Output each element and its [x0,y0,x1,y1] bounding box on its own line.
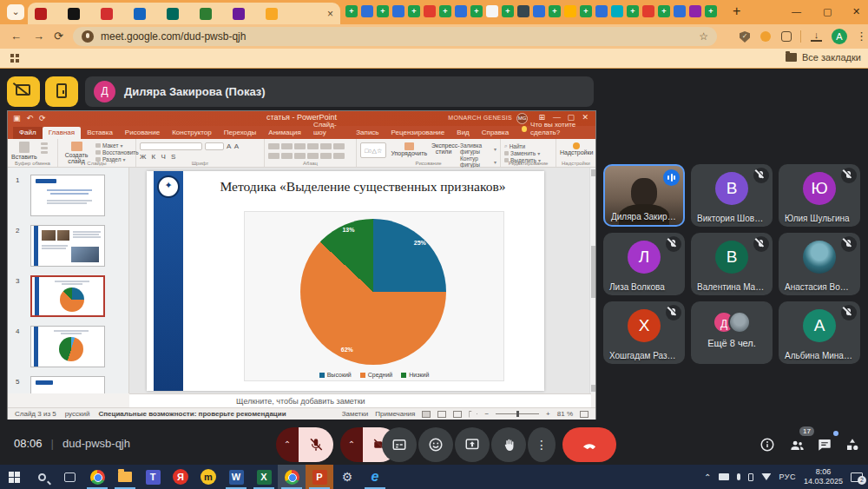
ppt-tab-6[interactable]: Анимация [262,127,307,139]
canvas-scrollbar[interactable] [589,168,595,393]
active-tab[interactable]: × [28,3,340,24]
mic-control[interactable]: ⌃ [276,427,333,462]
chat-button[interactable] [812,433,837,457]
tab-favicon[interactable] [689,5,701,17]
slide-thumbnail-5[interactable] [30,376,105,393]
all-bookmarks-button[interactable]: Все закладки [786,52,861,63]
search-button[interactable] [28,465,56,489]
replace-button[interactable]: Заменить▾ [504,150,552,156]
tab-favicon[interactable]: + [658,5,670,17]
ppt-tab-10[interactable]: Вид [450,127,475,139]
tab-favicon[interactable] [101,8,113,20]
tab-favicon[interactable] [424,5,436,17]
chrome-active-icon[interactable] [278,465,306,489]
reset-button[interactable]: Восстановить [95,149,139,155]
edge-icon[interactable]: e [361,465,389,489]
reading-view-icon[interactable] [453,411,462,418]
powerpoint-icon[interactable]: P [306,465,333,489]
back-button[interactable]: ← [10,30,22,43]
ppt-tab-3[interactable]: Рисование [119,127,166,139]
leave-door-button[interactable] [45,76,78,107]
addins-icon[interactable] [573,142,580,149]
new-tab-button[interactable]: + [733,3,740,19]
tab-favicon[interactable] [455,5,467,17]
more-options-button[interactable]: ⋮ [528,427,556,462]
extension-dot-icon[interactable] [760,31,771,42]
participant-tile[interactable]: ААльбина Мина… [779,301,860,364]
zoom-in-button[interactable]: + [546,410,550,418]
stop-presentation-button[interactable] [7,76,40,107]
tab-favicon[interactable] [595,5,608,17]
captions-button[interactable] [382,427,417,462]
start-button[interactable] [0,465,28,489]
copy-icon[interactable] [41,147,48,149]
activities-button[interactable] [840,433,865,457]
tab-favicon[interactable] [564,5,576,17]
tab-favicon[interactable] [200,8,212,20]
tab-favicon[interactable] [35,8,47,20]
numbering-icon[interactable] [281,143,293,149]
slide-sorter-view-icon[interactable] [437,411,446,418]
tab-favicon[interactable] [167,8,179,20]
participants-button[interactable]: 17 [785,433,809,457]
reactions-button[interactable] [418,427,453,462]
participant-tile[interactable]: ВВалентина Ма… [691,233,773,295]
slide-thumbnail-1[interactable] [30,175,105,216]
tab-favicon[interactable] [361,5,373,17]
extensions-icon[interactable] [781,31,792,42]
apps-grid-icon[interactable] [10,54,20,63]
direction-icon[interactable] [320,143,332,149]
meeting-details-button[interactable] [755,433,779,457]
format-painter-icon[interactable] [41,151,48,154]
mic-tray-icon[interactable] [737,473,740,480]
ppt-tab-4[interactable]: Конструктор [166,127,218,139]
font-style-buttons[interactable]: Ж К Ч S [140,153,260,161]
ppt-tab-7[interactable]: Слайд-шоу [307,119,350,139]
tab-favicon[interactable] [486,5,498,17]
new-slide-icon[interactable] [71,142,82,151]
find-button[interactable]: ⌕Найти [504,142,552,149]
columns-icon[interactable] [333,143,345,149]
layout-button[interactable]: Макет▾ [95,142,139,149]
tab-favicon[interactable]: + [377,5,389,17]
ppt-tell-me[interactable]: Что вы хотите сделать? [522,121,595,139]
adblock-shield-icon[interactable]: ✓ [740,31,750,43]
word-icon[interactable]: W [222,465,250,489]
slide-thumbnail-4[interactable] [30,326,105,367]
tab-favicon[interactable] [517,5,529,17]
window-close-button[interactable]: ✕ [852,6,860,17]
tab-favicon[interactable]: + [580,5,592,17]
normal-view-icon[interactable] [422,411,431,418]
ppt-tab-2[interactable]: Вставка [81,127,119,139]
window-maximize-button[interactable]: ▢ [823,6,832,17]
bullets-icon[interactable] [268,143,279,149]
spacing-icon[interactable] [307,143,319,149]
wifi-tray-icon[interactable] [761,473,771,480]
cut-icon[interactable] [41,142,48,145]
indent-icon[interactable] [294,143,306,149]
accessibility-status[interactable]: Специальные возможности: проверьте реком… [98,410,286,418]
present-button[interactable] [455,427,490,462]
notes-toggle[interactable]: Заметки [342,410,369,418]
paste-button[interactable]: Вставить [11,154,37,160]
tab-favicon[interactable]: + [549,5,561,17]
tab-favicon[interactable] [674,5,686,17]
mic-muted-button[interactable] [299,427,333,462]
tab-favicon[interactable] [611,5,623,17]
addins-button[interactable]: Надстройки [560,149,592,155]
ppt-tab-5[interactable]: Переходы [218,127,263,139]
yandex-browser-icon[interactable]: Я [167,465,194,489]
browser-profile-avatar[interactable]: A [832,29,847,44]
ppt-tab-0[interactable]: Файл [13,127,43,139]
language-indicator[interactable]: РУС [779,472,796,481]
tab-favicon[interactable]: + [345,5,358,17]
task-view-button[interactable] [56,465,83,489]
zoom-level[interactable]: 81 % [557,410,573,418]
tab-favicon[interactable]: + [439,5,451,17]
comments-toggle[interactable]: Примечания [375,410,415,418]
device-tray-icon[interactable] [719,473,729,480]
arrange-button[interactable]: Упорядочить [391,150,427,156]
ppt-tab-8[interactable]: Запись [350,127,385,139]
text-direction-icon[interactable] [333,153,345,159]
tray-expand-chevron[interactable]: ⌃ [704,472,711,482]
